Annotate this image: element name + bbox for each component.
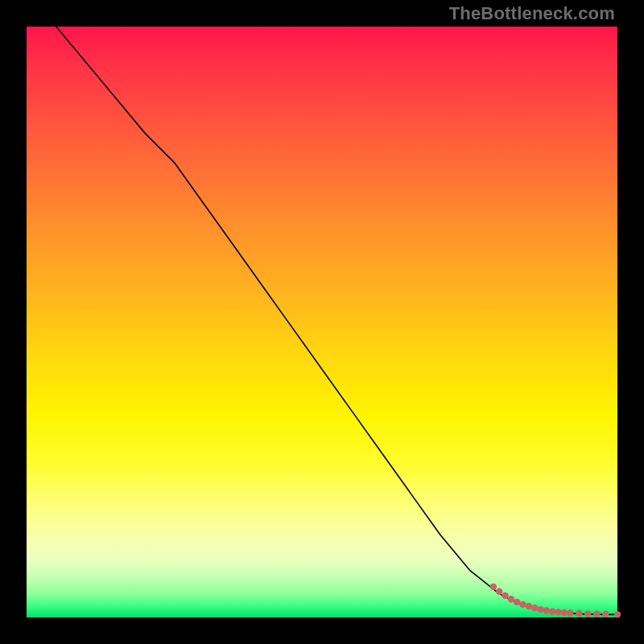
series-dots-point [549,608,555,614]
series-dots-point [543,607,550,613]
series-dots-point [584,610,591,617]
series-dots-point [508,596,514,602]
series-dots-point [593,611,600,617]
series-dots-point [561,609,568,616]
series-dots-point [537,606,543,613]
series-curve [56,27,617,614]
series-dots-point [555,609,561,615]
series-dots-point [519,601,526,608]
series-dots-point [614,611,621,617]
plot-area [27,27,617,617]
series-dots-point [526,603,532,609]
series-dots-point [602,611,609,617]
series-dots-point [567,609,573,616]
series-dots-point [576,610,582,617]
series-dots-point [496,588,502,595]
plot-overlay [27,27,617,617]
series-dots-point [531,605,538,611]
series-dots-point [490,584,497,590]
series-dots-point [502,592,508,599]
watermark-text: TheBottleneck.com [449,3,615,24]
series-dots-point [514,599,520,605]
chart-frame: TheBottleneck.com [0,0,644,644]
